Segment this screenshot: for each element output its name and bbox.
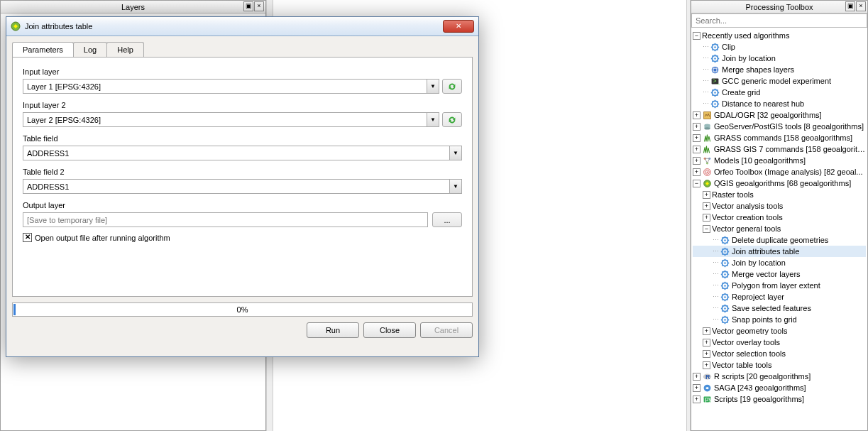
input-layer-select[interactable]: Layer 1 [EPSG:4326]▼ [23, 79, 439, 94]
tree-item[interactable]: ⋯Distance to nearest hub [693, 98, 866, 109]
tree-item[interactable]: +SAGA [243 geoalgorithms] [693, 382, 866, 393]
layers-undock-button[interactable]: ▣ [243, 1, 253, 11]
algorithm-tree[interactable]: −Recently used algorithms⋯Clip⋯Join by l… [691, 28, 867, 407]
svg-line-31 [712, 89, 713, 90]
tree-item[interactable]: ⋯Delete duplicate geometries [693, 234, 866, 246]
tree-item-label: Raster tools [712, 190, 754, 199]
tree-item[interactable]: −Vector general tools [693, 223, 866, 234]
r-icon: R [702, 371, 712, 381]
tree-item[interactable]: ⋯Join by location [693, 53, 866, 64]
run-button[interactable]: Run [307, 322, 359, 338]
tree-item[interactable]: +GeoServer/PostGIS tools [8 geoalgorithm… [693, 121, 866, 132]
svg-line-114 [722, 299, 723, 300]
recent-icon [710, 53, 720, 63]
tree-item[interactable]: ⋯Snap points to grid [693, 314, 866, 325]
expand-icon[interactable]: + [693, 123, 701, 131]
tree-item[interactable]: +pyScripts [19 geoalgorithms] [693, 393, 866, 405]
tree-item[interactable]: +Vector analysis tools [693, 200, 866, 212]
svg-line-9 [717, 44, 718, 45]
expand-icon[interactable]: + [693, 111, 701, 119]
expand-icon[interactable]: + [703, 339, 710, 347]
expand-icon[interactable]: + [693, 395, 701, 403]
tree-branch-icon: ⋯ [713, 305, 718, 312]
dialog-close-button[interactable]: ✕ [443, 20, 474, 33]
toolbox-search-input[interactable] [691, 13, 867, 28]
table-field-value: ADDRESS1 [23, 149, 449, 158]
tree-item[interactable]: ⋯Merge shapes layers [693, 64, 866, 75]
tree-item[interactable]: +Vector geometry tools [693, 325, 866, 337]
svg-line-83 [727, 265, 727, 266]
expand-icon[interactable]: + [703, 327, 710, 335]
dialog-titlebar[interactable]: Join attributes table ✕ [6, 17, 478, 36]
tree-item[interactable]: ⋯Join by location [693, 257, 866, 268]
expand-icon[interactable]: + [703, 191, 710, 199]
model-icon [702, 156, 712, 165]
expand-icon[interactable]: + [693, 168, 701, 176]
table-field-select[interactable]: ADDRESS1▼ [23, 146, 462, 160]
input-layer-value: Layer 1 [EPSG:4326] [23, 82, 427, 91]
tree-item[interactable]: +Raster tools [693, 189, 866, 200]
tree-item[interactable]: +Vector overlay tools [693, 337, 866, 348]
tree-item[interactable]: ⋯Create grid [693, 87, 866, 98]
svg-text:>_: >_ [713, 77, 720, 84]
svg-line-8 [712, 49, 713, 50]
collapse-icon[interactable]: − [693, 180, 701, 187]
tree-item-label: Vector selection tools [712, 349, 786, 358]
expand-icon[interactable]: + [693, 373, 701, 381]
expand-icon[interactable]: + [693, 157, 701, 165]
tree-item[interactable]: +RR scripts [20 geoalgorithms] [693, 371, 866, 382]
expand-icon[interactable]: + [703, 350, 710, 358]
tree-item-label: GeoServer/PostGIS tools [8 geoalgorithms… [714, 122, 864, 131]
tree-item[interactable]: ⋯Clip [693, 41, 866, 53]
tree-item[interactable]: ⋯Merge vector layers [693, 268, 866, 280]
tree-item[interactable]: −Recently used algorithms [693, 30, 866, 41]
svg-line-41 [712, 101, 713, 102]
expand-icon[interactable]: + [693, 384, 701, 392]
iterate-button-2[interactable] [442, 112, 462, 127]
toolbox-close-button[interactable]: × [856, 1, 866, 11]
toolbox-undock-button[interactable]: ▣ [845, 1, 855, 11]
tree-item[interactable]: +Vector table tools [693, 359, 866, 371]
tree-item[interactable]: +Models [10 geoalgorithms] [693, 155, 866, 166]
tab-parameters[interactable]: Parameters [12, 42, 74, 57]
script-icon: py [702, 394, 712, 404]
tree-item[interactable]: ⋯>_GCC generic model experiment [693, 75, 866, 87]
cancel-button[interactable]: Cancel [420, 322, 473, 338]
layers-close-button[interactable]: × [254, 1, 264, 11]
tree-item[interactable]: +GRASS commands [158 geoalgorithms] [693, 132, 866, 143]
tab-help[interactable]: Help [106, 42, 144, 57]
expand-icon[interactable]: + [703, 361, 710, 369]
tab-log[interactable]: Log [73, 42, 107, 57]
expand-icon[interactable]: + [693, 134, 701, 142]
expand-icon[interactable]: + [693, 146, 701, 153]
tree-item-label: Scripts [19 geoalgorithms] [714, 395, 804, 403]
tree-item[interactable]: −QGIS geoalgorithms [68 geoalgorithms] [693, 178, 866, 189]
tree-item[interactable]: ⋯Join attributes table [693, 246, 866, 257]
layers-panel-title: Layers [121, 3, 145, 11]
collapse-icon[interactable]: − [693, 32, 701, 40]
tree-item[interactable]: ⋯Polygon from layer extent [693, 280, 866, 291]
collapse-icon[interactable]: − [703, 225, 710, 233]
open-after-checkbox[interactable]: ✕ [23, 233, 32, 242]
expand-icon[interactable]: + [703, 214, 710, 222]
close-button[interactable]: Close [363, 322, 416, 338]
tree-item[interactable]: ⋯Reproject layer [693, 291, 866, 302]
iterate-button-1[interactable] [442, 79, 462, 94]
tree-item[interactable]: +Vector creation tools [693, 212, 866, 223]
tree-item[interactable]: +GRASS GIS 7 commands [158 geoalgorith..… [693, 143, 866, 155]
tree-item-label: Merge shapes layers [722, 65, 794, 74]
tree-item[interactable]: +Vector selection tools [693, 348, 866, 359]
svg-point-87 [724, 273, 725, 275]
svg-line-16 [712, 55, 713, 56]
tree-item[interactable]: +Orfeo Toolbox (Image analysis) [82 geoa… [693, 166, 866, 178]
svg-line-7 [717, 49, 718, 50]
browse-output-button[interactable]: ... [432, 212, 462, 227]
expand-icon[interactable]: + [703, 202, 710, 210]
output-layer-input[interactable] [23, 212, 428, 227]
svg-line-64 [722, 242, 723, 243]
svg-line-72 [722, 249, 723, 249]
tree-item[interactable]: ⋯Save selected features [693, 302, 866, 314]
tree-item[interactable]: +GDAL/OGR [32 geoalgorithms] [693, 109, 866, 121]
table-field2-select[interactable]: ADDRESS1▼ [23, 179, 462, 194]
input-layer2-select[interactable]: Layer 2 [EPSG:4326]▼ [23, 112, 439, 127]
